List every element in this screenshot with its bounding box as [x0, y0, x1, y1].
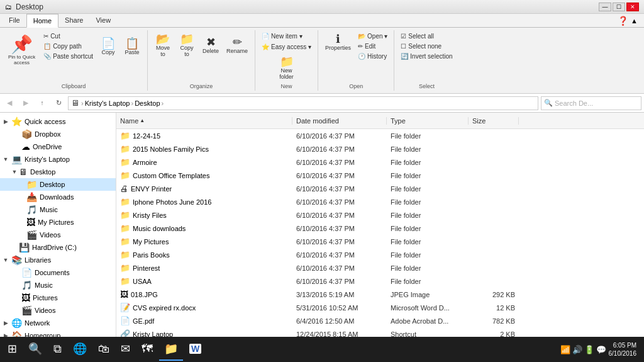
table-row[interactable]: 🖨 ENVY Printer 6/10/2016 4:37 PM File fo… [116, 182, 644, 195]
open-label: Open [349, 83, 363, 89]
new-label: New [281, 83, 292, 89]
file-name-cell: 📝 CVS expired rx.docx [116, 303, 292, 312]
taskbar-mail-button[interactable]: ✉ [116, 338, 135, 361]
sidebar-item-videos[interactable]: 🎬 Videos [0, 229, 116, 241]
sidebar-item-documents[interactable]: 📄 Documents [0, 266, 116, 279]
table-row[interactable]: 📝 CVS expired rx.docx 5/31/2016 10:52 AM… [116, 301, 644, 314]
sidebar-item-desktop-parent[interactable]: ▼ 🖥 Desktop [0, 166, 116, 178]
taskbar-clock[interactable]: 6:05 PM 6/10/2016 [609, 341, 637, 358]
properties-button[interactable]: ℹ Properties [322, 31, 354, 61]
file-name-cell: 📄 GE.pdf [116, 316, 292, 325]
table-row[interactable]: 📁 USAA 6/10/2016 4:37 PM File folder [116, 274, 644, 288]
close-button[interactable]: ✕ [626, 3, 639, 11]
table-row[interactable]: 📁 2015 Nobles Family Pics 6/10/2016 4:37… [116, 142, 644, 156]
cut-button[interactable]: ✂ Cut [41, 31, 96, 41]
table-row[interactable]: 📁 My Pictures 6/10/2016 4:37 PM File fol… [116, 235, 644, 248]
ribbon-group-organize: 📂 Moveto 📁 Copyto ✖ Delete ✏ Rename Orga… [148, 30, 255, 91]
history-button[interactable]: 🕐 History [355, 52, 390, 61]
sidebar: ▶ ⭐ Quick access 📦 Dropbox ☁ OneDrive ▼ … [0, 113, 116, 362]
sidebar-item-music[interactable]: 🎵 Music [0, 203, 116, 216]
battery-icon[interactable]: 🔋 [584, 345, 594, 354]
table-row[interactable]: 📁 Kristy Files 6/10/2016 4:37 PM File fo… [116, 208, 644, 222]
col-header-type[interactable]: Type [387, 117, 469, 125]
col-header-date[interactable]: Date modified [292, 117, 387, 125]
refresh-button[interactable]: ↻ [52, 96, 65, 110]
file-name-cell: 📁 Music downloads [116, 223, 292, 233]
path-bar[interactable]: 🖥 › Kristy's Laptop › Desktop › [68, 96, 538, 110]
ribbon-help-icon[interactable]: ❓ [618, 16, 628, 26]
table-row[interactable]: 📁 Iphone Photos June 2016 6/10/2016 4:37… [116, 195, 644, 208]
easy-access-button[interactable]: ⭐ Easy access ▾ [259, 42, 314, 52]
back-button[interactable]: ◀ [3, 96, 16, 110]
tab-share[interactable]: Share [58, 14, 89, 27]
pin-to-quick-button[interactable]: 📌 Pin to Quickaccess [4, 32, 40, 68]
sidebar-item-videos2[interactable]: 🎬 Videos [0, 304, 116, 317]
path-laptop[interactable]: Kristy's Laptop [85, 99, 130, 107]
forward-button[interactable]: ▶ [19, 96, 33, 110]
taskbar-maps-button[interactable]: 🗺 [136, 338, 158, 361]
sidebar-item-my-pictures[interactable]: 🖼 My Pictures [0, 216, 116, 229]
volume-icon[interactable]: 🔊 [572, 345, 582, 354]
rename-button[interactable]: ✏ Rename [223, 35, 251, 56]
network-tray-icon[interactable]: 📶 [560, 345, 570, 354]
taskbar-taskview-button[interactable]: ⧉ [48, 338, 67, 361]
taskbar-start-button[interactable]: ⊞ [3, 338, 22, 361]
table-row[interactable]: 📁 Paris Books 6/10/2016 4:37 PM File fol… [116, 248, 644, 261]
sidebar-item-downloads[interactable]: 📥 Downloads [0, 191, 116, 203]
tab-home[interactable]: Home [26, 14, 58, 28]
table-row[interactable]: 📁 Pinterest 6/10/2016 4:37 PM File folde… [116, 261, 644, 274]
sidebar-item-dropbox[interactable]: 📦 Dropbox [0, 128, 116, 140]
delete-button[interactable]: ✖ Delete [199, 35, 222, 56]
edit-button[interactable]: ✏ Edit [355, 42, 390, 51]
paste-button[interactable]: 📋 Paste [121, 36, 143, 57]
table-row[interactable]: 📁 12-24-15 6/10/2016 4:37 PM File folder [116, 129, 644, 142]
tab-file[interactable]: File [3, 14, 26, 27]
invert-selection-button[interactable]: 🔄 Invert selection [398, 52, 455, 61]
paste-shortcut-button[interactable]: 📎 Paste shortcut [41, 52, 96, 61]
table-row[interactable]: 📁 Music downloads 6/10/2016 4:37 PM File… [116, 222, 644, 235]
col-header-size[interactable]: Size [469, 117, 519, 125]
open-button[interactable]: 📂 Open ▾ [355, 31, 390, 41]
search-bar[interactable]: 🔍 Search De... [541, 96, 641, 110]
copy-button[interactable]: 📄 Copy [97, 36, 119, 57]
col-header-name[interactable]: Name ▲ [116, 117, 292, 125]
sidebar-item-libraries[interactable]: ▼ 📚 Libraries [0, 254, 116, 266]
taskbar-word-button[interactable]: W [184, 338, 206, 361]
sidebar-item-pictures[interactable]: 🖼 Pictures [0, 291, 116, 304]
path-desktop[interactable]: Desktop [135, 99, 160, 107]
paste-shortcut-icon: 📎 [43, 53, 51, 60]
tab-view[interactable]: View [89, 14, 117, 27]
new-folder-button[interactable]: 📁 Newfolder [259, 54, 314, 82]
taskview-icon: ⧉ [53, 342, 62, 356]
sidebar-item-quick-access[interactable]: ▶ ⭐ Quick access [0, 115, 116, 128]
file-name-cell: 📁 My Pictures [116, 237, 292, 246]
taskbar-edge-button[interactable]: 🌐 [68, 338, 92, 361]
taskbar-search-button[interactable]: 🔍 [23, 338, 47, 361]
taskbar-store-button[interactable]: 🛍 [93, 338, 114, 361]
easy-access-icon: ⭐ [262, 43, 269, 50]
minimize-button[interactable]: — [599, 3, 611, 11]
notification-icon[interactable]: 💬 [596, 345, 606, 354]
taskbar: ⊞ 🔍 ⧉ 🌐 🛍 ✉ 🗺 📁 W 📶 🔊 🔋 💬 6:05 PM 6/10/2… [0, 337, 644, 362]
copy-to-button[interactable]: 📁 Copyto [175, 31, 198, 59]
sidebar-item-kristys-laptop[interactable]: ▼ 💻 Kristy's Laptop [0, 153, 116, 166]
file-date-cell: 6/10/2016 4:37 PM [292, 145, 387, 153]
sidebar-item-music2[interactable]: 🎵 Music [0, 279, 116, 291]
copy-path-button[interactable]: 📋 Copy path [41, 42, 96, 51]
taskbar-explorer-button[interactable]: 📁 [159, 338, 183, 361]
table-row[interactable]: 📁 Armoire 6/10/2016 4:37 PM File folder [116, 156, 644, 169]
sidebar-item-onedrive[interactable]: ☁ OneDrive [0, 140, 116, 153]
up-button[interactable]: ↑ [35, 96, 49, 110]
table-row[interactable]: 📄 GE.pdf 6/4/2016 12:50 AM Adobe Acrobat… [116, 314, 644, 327]
new-item-button[interactable]: 📄 New item ▾ [259, 31, 314, 41]
ribbon-collapse-icon[interactable]: ▲ [631, 17, 638, 25]
select-all-button[interactable]: ☑ Select all [398, 31, 455, 41]
move-to-button[interactable]: 📂 Moveto [152, 31, 174, 59]
table-row[interactable]: 📁 Custom Office Templates 6/10/2016 4:37… [116, 169, 644, 182]
sidebar-item-harddrive[interactable]: 💾 HardDrive (C:) [0, 241, 116, 254]
table-row[interactable]: 🖼 018.JPG 3/13/2016 5:19 AM JPEG Image 2… [116, 288, 644, 301]
sidebar-item-desktop-child[interactable]: 📁 Desktop [0, 178, 116, 191]
maximize-button[interactable]: ☐ [613, 3, 625, 11]
select-none-button[interactable]: ☐ Select none [398, 42, 455, 51]
sidebar-item-network[interactable]: ▶ 🌐 Network [0, 317, 116, 329]
